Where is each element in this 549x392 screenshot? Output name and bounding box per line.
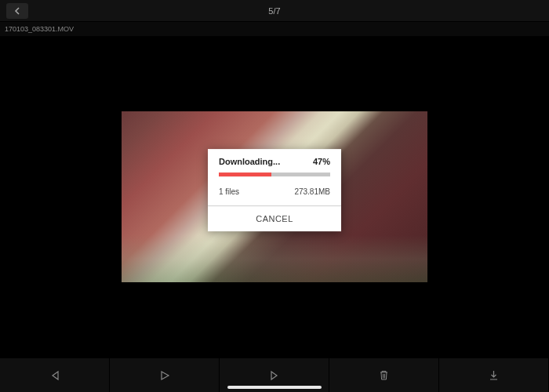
back-button[interactable] [6,3,28,19]
video-thumbnail[interactable]: Downloading... 47% 1 files 273.81MB CANC… [122,111,427,282]
cancel-button[interactable]: CANCEL [208,205,341,231]
play-icon [159,370,170,381]
download-dialog: Downloading... 47% 1 files 273.81MB CANC… [208,149,341,231]
trash-icon [379,370,389,381]
viewer-area: Downloading... 47% 1 files 273.81MB CANC… [0,36,549,358]
download-button[interactable] [439,358,549,392]
file-size: 273.81MB [294,187,330,196]
filename-bar: 170103_083301.MOV [0,22,549,36]
chevron-left-icon [14,7,20,15]
files-count: 1 files [219,187,239,196]
triangle-left-icon [50,370,60,381]
bottom-toolbar [0,358,549,392]
play-button[interactable] [110,358,220,392]
home-indicator[interactable] [227,386,322,389]
filename-label: 170103_083301.MOV [5,25,74,33]
progress-track [219,172,330,176]
download-icon [489,370,499,381]
progress-fill [219,172,271,176]
download-percent: 47% [313,157,330,166]
prev-button[interactable] [0,358,110,392]
triangle-right-icon [270,370,279,381]
top-bar: 5/7 [0,0,549,22]
download-label: Downloading... [219,157,280,166]
thumbnail-gradient [122,235,427,282]
page-counter: 5/7 [268,6,280,16]
delete-button[interactable] [329,358,439,392]
